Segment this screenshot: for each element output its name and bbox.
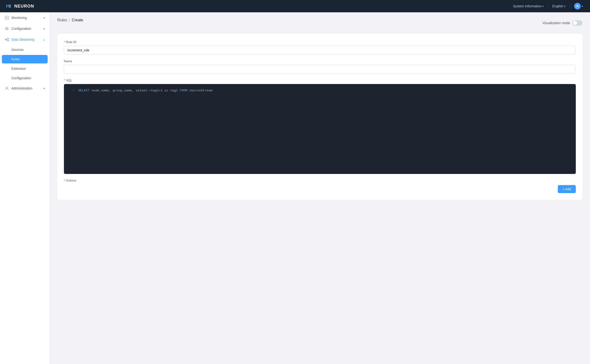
breadcrumb-rules-link[interactable]: Rules <box>57 18 67 22</box>
sql-label-text: SQL <box>66 78 72 82</box>
viz-mode-label: Visualization mode <box>542 21 570 25</box>
breadcrumb-separator: / <box>69 18 70 22</box>
svg-point-11 <box>7 40 8 41</box>
data-streaming-label: Data Streaming <box>11 38 34 41</box>
avatar <box>574 3 581 9</box>
administration-icon <box>5 86 9 91</box>
configuration-icon <box>5 26 9 31</box>
svg-point-8 <box>6 29 7 30</box>
system-info-chevron-icon: ▾ <box>542 5 544 7</box>
sidebar-item-monitoring[interactable]: Monitoring ▾ <box>0 12 49 23</box>
sql-line-number: 1 <box>68 88 74 93</box>
name-input[interactable] <box>64 65 576 74</box>
nav-divider-2 <box>570 4 570 8</box>
user-chevron-icon: ▾ <box>582 5 583 7</box>
administration-chevron-icon: ▾ <box>44 87 45 90</box>
actions-section: * Actions + Add <box>64 179 576 193</box>
topnav-right: System Information ▾ English ▾ ▾ <box>511 1 585 11</box>
monitoring-label: Monitoring <box>11 16 27 20</box>
sidebar-item-configuration[interactable]: Configuration ▾ <box>0 23 49 34</box>
monitoring-icon <box>5 16 9 20</box>
name-label-text: Name <box>64 59 72 63</box>
actions-add-row: + Add <box>64 185 576 193</box>
name-field: Name <box>64 59 576 74</box>
sql-required-star: * <box>64 78 65 82</box>
language-button[interactable]: English ▾ <box>550 3 568 9</box>
actions-label: * Actions <box>64 179 576 182</box>
administration-label: Administration <box>11 86 33 90</box>
create-rule-form: * Rule ID Name * SQL <box>57 34 583 200</box>
viz-mode-control: Visualization mode <box>542 20 583 26</box>
sidebar-item-administration[interactable]: Administration ▾ <box>0 83 49 94</box>
app-logo[interactable]: NEURON <box>5 2 34 10</box>
monitoring-chevron-icon: ▾ <box>44 17 45 19</box>
app-body: Monitoring ▾ Configuration <box>0 12 590 364</box>
rule-id-required-star: * <box>64 40 65 44</box>
configuration-label: Configuration <box>11 27 31 31</box>
sql-editor[interactable]: 1 SELECT node_name, group_name, values->… <box>64 84 576 174</box>
rule-id-field: * Rule ID <box>64 40 576 55</box>
svg-point-6 <box>6 27 7 28</box>
svg-rect-0 <box>5 2 12 10</box>
sql-line-1: 1 SELECT node_name, group_name, values->… <box>64 88 576 93</box>
neuron-logo-icon <box>5 2 12 10</box>
app-name: NEURON <box>14 4 34 9</box>
user-menu-button[interactable]: ▾ <box>572 1 585 11</box>
page-header: Rules / Create Visualization mode <box>57 18 583 28</box>
sql-field: * SQL 1 SELECT node_name, group_name, va… <box>64 78 576 174</box>
name-label: Name <box>64 59 576 63</box>
add-action-button[interactable]: + Add <box>558 185 576 193</box>
svg-point-9 <box>5 39 6 40</box>
rule-id-label: * Rule ID <box>64 40 576 44</box>
sql-label: * SQL <box>64 78 576 82</box>
viz-mode-toggle[interactable] <box>572 20 583 26</box>
sql-content: SELECT node_name, group_name, values->ta… <box>78 88 212 93</box>
sidebar-item-extension[interactable]: Extension <box>0 64 49 73</box>
language-label: English <box>552 4 563 8</box>
system-info-label: System Information <box>513 4 541 8</box>
topnav: NEURON System Information ▾ English ▾ ▾ <box>0 0 590 12</box>
breadcrumb: Rules / Create <box>57 18 83 22</box>
language-chevron-icon: ▾ <box>564 5 565 7</box>
breadcrumb-current: Create <box>72 18 83 22</box>
sidebar: Monitoring ▾ Configuration <box>0 12 50 364</box>
sidebar-item-sources[interactable]: Sources <box>0 45 49 54</box>
svg-point-7 <box>7 28 8 29</box>
data-streaming-chevron-icon: ▴ <box>44 38 45 41</box>
rule-id-label-text: Rule ID <box>66 40 76 44</box>
system-info-button[interactable]: System Information ▾ <box>511 3 546 9</box>
sidebar-item-rules[interactable]: Rules <box>2 55 48 63</box>
configuration-chevron-icon: ▾ <box>44 27 45 30</box>
sidebar-item-data-streaming[interactable]: Data Streaming ▴ <box>0 34 49 45</box>
main-content: Rules / Create Visualization mode * Rule… <box>50 12 590 364</box>
actions-label-text: Actions <box>66 179 76 182</box>
sidebar-item-configuration-sub[interactable]: Configuration <box>0 73 49 83</box>
data-streaming-icon <box>5 37 9 42</box>
svg-point-10 <box>7 38 8 39</box>
rule-id-input[interactable] <box>64 46 576 55</box>
user-icon <box>576 4 579 8</box>
nav-divider <box>548 4 548 8</box>
svg-point-12 <box>6 87 7 88</box>
actions-required-star: * <box>64 179 65 182</box>
